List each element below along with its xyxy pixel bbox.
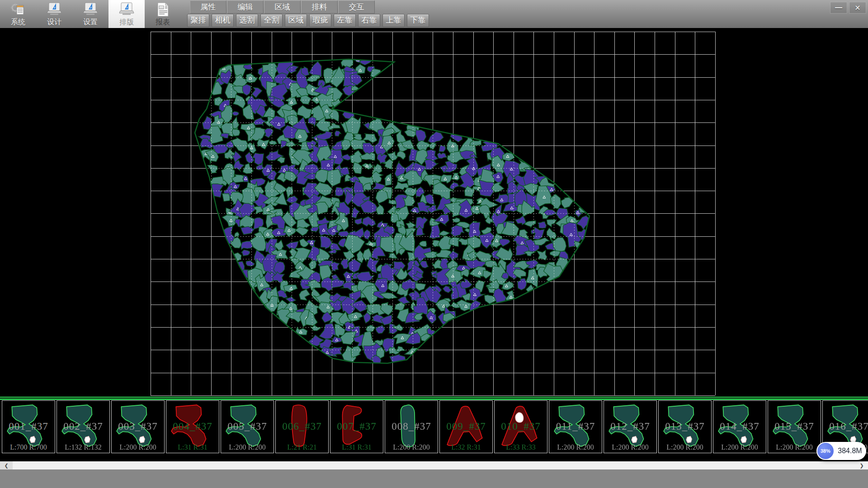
piece-shape: [114, 402, 160, 450]
piece-shape: [5, 402, 51, 450]
piece-thumbnail[interactable]: 010_#37L:33 R:33: [494, 400, 547, 453]
tab-label: 设计: [47, 18, 61, 26]
piece-thumbnail[interactable]: 001_#37L:700 R:700: [2, 400, 55, 453]
piece-thumbnail[interactable]: 004_#37L:31 R:31: [166, 400, 219, 453]
tab-settings[interactable]: 设置: [72, 0, 108, 28]
report-doc-icon: [154, 1, 171, 18]
tab-label: 报表: [156, 18, 170, 26]
piece-shape: [771, 402, 817, 450]
btn-defect[interactable]: 瑕疵: [309, 14, 331, 27]
piece-shape: [716, 402, 762, 450]
btn-cluster-nest[interactable]: 聚排: [187, 14, 209, 27]
settings-ruler-icon: [82, 1, 99, 18]
piece-shape: [278, 402, 325, 450]
piece-thumbnail[interactable]: 008_#37L:200 R:200: [385, 400, 438, 453]
pieces-strip: 001_#37L:700 R:700002_#37L:132 R:132003_…: [0, 397, 868, 453]
btn-align-left[interactable]: 左靠: [334, 14, 356, 27]
piece-shape: [661, 402, 708, 450]
btn-align-top[interactable]: 上靠: [382, 14, 405, 27]
main-toolbar: 系统 设计: [0, 0, 868, 28]
strip-top-border-2: [0, 399, 868, 400]
piece-thumbnail-list: 001_#37L:700 R:700002_#37L:132 R:132003_…: [0, 400, 868, 453]
piece-thumbnail[interactable]: 011_#37L:200 R:200: [549, 400, 602, 453]
scroll-right-button[interactable]: ❯: [855, 461, 868, 469]
design-ruler-icon: [46, 1, 63, 18]
tool-button-row: 聚排 相机 选割 全割 区域 瑕疵 左靠 右靠 上靠 下靠: [187, 14, 431, 27]
piece-thumbnail[interactable]: 002_#37L:132 R:132: [57, 400, 110, 453]
menu-edit[interactable]: 编辑: [227, 0, 264, 14]
tab-label: 系统: [11, 18, 25, 26]
tab-design[interactable]: 设计: [36, 0, 72, 28]
tab-label: 设置: [83, 18, 98, 26]
piece-shape: [607, 402, 653, 450]
btn-select-cut[interactable]: 选割: [236, 14, 258, 27]
piece-thumbnail[interactable]: 009_#37L:32 R:31: [439, 400, 493, 453]
horizontal-scrollbar[interactable]: ❮ ❯: [0, 461, 868, 469]
btn-align-right[interactable]: 右靠: [358, 14, 380, 27]
btn-align-bottom[interactable]: 下靠: [407, 14, 429, 27]
main-tabs: 系统 设计: [0, 0, 181, 28]
minimize-button[interactable]: —: [830, 2, 847, 14]
window-controls: — ✕: [830, 2, 866, 14]
piece-thumbnail[interactable]: 006_#37L:21 R:21: [275, 400, 329, 453]
piece-shape: [333, 402, 379, 450]
tab-nesting[interactable]: 排版: [108, 0, 145, 28]
scroll-left-button[interactable]: ❮: [0, 461, 13, 469]
piece-shape: [60, 402, 106, 450]
menu-region[interactable]: 区域: [264, 0, 301, 14]
menu-nesting[interactable]: 排料: [301, 0, 338, 14]
progress-percent-badge: 38%: [817, 443, 834, 459]
btn-region[interactable]: 区域: [285, 14, 307, 27]
tab-report[interactable]: 报表: [145, 0, 181, 28]
app-window: 系统 设计: [0, 0, 868, 488]
piece-thumbnail[interactable]: 013_#37L:200 R:200: [658, 400, 712, 453]
piece-shape: [224, 402, 270, 450]
memory-usage-label: 384.8M: [834, 447, 866, 455]
close-button[interactable]: ✕: [849, 2, 866, 14]
status-badge[interactable]: 38% 384.8M: [816, 442, 866, 460]
piece-thumbnail[interactable]: 012_#37L:200 R:200: [604, 400, 657, 453]
piece-shape: [443, 402, 489, 450]
btn-camera[interactable]: 相机: [212, 14, 234, 27]
piece-shape: [552, 402, 598, 450]
piece-thumbnail[interactable]: 005_#37L:200 R:200: [221, 400, 274, 453]
piece-thumbnail[interactable]: 015_#37L:200 R:200: [768, 400, 821, 453]
btn-cut-all[interactable]: 全割: [260, 14, 283, 27]
tab-system[interactable]: 系统: [0, 0, 36, 28]
menu-bar: 属性 编辑 区域 排料 交互: [190, 0, 375, 13]
nesting-ruler-icon: [118, 1, 135, 18]
piece-shape: [497, 402, 543, 450]
piece-thumbnail[interactable]: 003_#37L:200 R:200: [111, 400, 165, 453]
footer-bar: [0, 469, 868, 488]
system-gear-icon: [9, 1, 27, 18]
piece-shape: [169, 402, 215, 450]
piece-thumbnail[interactable]: 007_#37L:31 R:31: [330, 400, 383, 453]
piece-shape: [388, 402, 434, 450]
piece-thumbnail[interactable]: 014_#37L:200 R:200: [713, 400, 766, 453]
menu-properties[interactable]: 属性: [190, 0, 226, 14]
tab-label: 排版: [119, 18, 134, 26]
menu-interaction[interactable]: 交互: [338, 0, 375, 14]
